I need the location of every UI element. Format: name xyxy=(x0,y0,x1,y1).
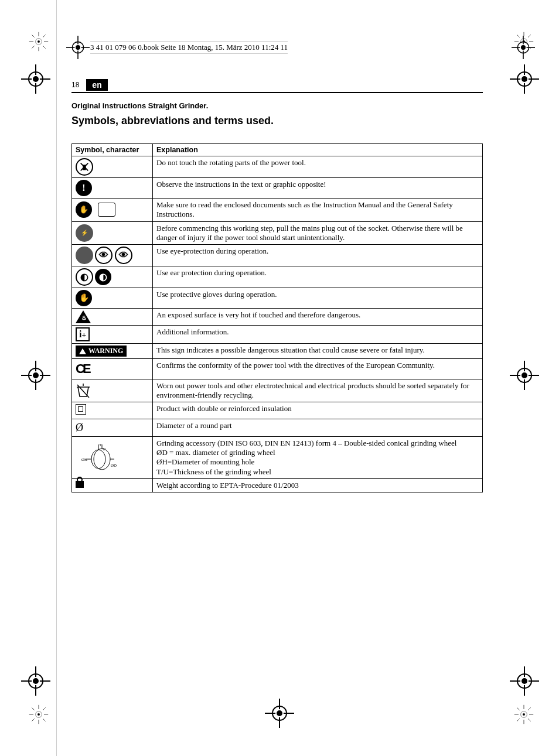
regmark-r2 xyxy=(517,368,532,383)
explanation-cell: Weight according to EPTA-Procedure 01/20… xyxy=(153,478,483,492)
explanation-cell: Additional information. xyxy=(153,326,483,344)
ce-mark-icon: CE xyxy=(76,361,89,376)
eye-icon xyxy=(76,247,93,264)
weight-icon xyxy=(76,481,84,488)
svg-line-27 xyxy=(43,719,46,721)
unplug-icon: ⚡ xyxy=(76,224,93,242)
ear-icon-2: ◐ xyxy=(95,269,111,285)
svg-line-29 xyxy=(43,707,46,710)
eye-icon-3: 👁 xyxy=(115,247,132,264)
page-title: Symbols, abbreviations and terms used. xyxy=(71,115,483,127)
explanation-cell: Make sure to read the enclosed documents… xyxy=(153,199,483,222)
symbol-cell: 👁 👁 xyxy=(72,245,153,266)
hot-surface-icon: ♨ xyxy=(76,310,91,323)
ear-icon: ◐ xyxy=(76,268,93,286)
symbol-cell xyxy=(72,402,153,419)
warning-badge: WARNING xyxy=(76,345,127,357)
regmark-r3 xyxy=(517,673,532,689)
print-rotor-bl xyxy=(28,704,49,725)
eye-icon-2: 👁 xyxy=(95,247,113,264)
header-filename: 3 41 01 079 06 0.book Seite 18 Montag, 1… xyxy=(90,41,288,54)
regmark-r1 xyxy=(517,71,532,87)
svg-point-1 xyxy=(38,40,40,43)
symbol-cell: TUØHØD xyxy=(72,436,153,478)
explanation-cell: Product with double or reinforced insula… xyxy=(153,402,483,419)
explanation-cell: This sign indicates a possible dangerous… xyxy=(153,344,483,359)
th-symbol: Symbol, character xyxy=(72,144,153,156)
explanation-cell: Confirms the conformity of the power too… xyxy=(153,359,483,379)
explanation-cell: An exposed surface is very hot if touche… xyxy=(153,309,483,326)
table-row: ✋Use protective gloves during operation. xyxy=(72,288,483,309)
symbol-cell: ⚡ xyxy=(72,221,153,245)
read-icon: ✋ xyxy=(76,201,92,218)
svg-line-28 xyxy=(32,719,35,721)
table-row: !Observe the instructions in the text or… xyxy=(72,178,483,199)
exclaim-icon: ! xyxy=(76,180,92,196)
table-row: 👁 👁Use eye-protection during operation. xyxy=(72,245,483,266)
subtitle: Original instructions Straight Grinder. xyxy=(71,101,483,110)
explanation-cell: Do not touch the rotating parts of the p… xyxy=(153,156,483,178)
svg-line-38 xyxy=(517,719,520,721)
th-explanation: Explanation xyxy=(153,144,483,156)
regmark-l2 xyxy=(28,368,43,383)
print-rotor-tl xyxy=(28,31,49,52)
table-row: Weight according to EPTA-Procedure 01/20… xyxy=(72,478,483,492)
table-row: ØDiameter of a round part xyxy=(72,419,483,437)
svg-line-36 xyxy=(517,707,520,710)
language-badge: en xyxy=(86,79,107,91)
explanation-cell: Grinding accessory (DIN ISO 603, DIN EN … xyxy=(153,436,483,478)
symbol-cell xyxy=(72,156,153,178)
explanation-cell: Observe the instructions in the text or … xyxy=(153,178,483,199)
table-row: TUØHØDGrinding accessory (DIN ISO 603, D… xyxy=(72,436,483,478)
table-row: ⚡Before commencing this working step, pu… xyxy=(72,221,483,245)
info-icon: i+ xyxy=(76,327,90,341)
regmark-bc xyxy=(272,706,287,721)
svg-line-7 xyxy=(43,46,46,49)
symbol-cell: i+ xyxy=(72,326,153,344)
page-header: 18 en xyxy=(71,79,483,93)
symbol-cell: ✋ xyxy=(72,288,153,309)
regmark-l3 xyxy=(28,673,43,689)
symbol-cell: CE xyxy=(72,359,153,379)
svg-point-31 xyxy=(523,713,525,716)
diameter-icon: Ø xyxy=(76,422,83,433)
svg-line-8 xyxy=(32,46,35,49)
svg-text:T: T xyxy=(99,443,102,447)
svg-point-41 xyxy=(94,449,110,470)
svg-text:U: U xyxy=(103,447,105,451)
table-row: Do not touch the rotating parts of the p… xyxy=(72,156,483,178)
symbol-cell xyxy=(72,478,153,492)
explanation-cell: Use ear protection during operation. xyxy=(153,266,483,288)
table-row: WARNINGThis sign indicates a possible da… xyxy=(72,344,483,359)
svg-point-21 xyxy=(38,713,40,716)
svg-line-9 xyxy=(43,35,46,37)
table-row: ◐ ◐Use ear protection during operation. xyxy=(72,266,483,288)
symbol-cell: ✋ xyxy=(72,199,153,222)
table-row: ✋ Make sure to read the enclosed documen… xyxy=(72,199,483,222)
table-row: Product with double or reinforced insula… xyxy=(72,402,483,419)
double-insulation-icon xyxy=(76,404,86,415)
table-row: ♨An exposed surface is very hot if touch… xyxy=(72,309,483,326)
symbol-cell: ! xyxy=(72,178,153,199)
explanation-cell: Before commencing this working step, pul… xyxy=(153,221,483,245)
symbol-cell xyxy=(72,379,153,402)
svg-line-26 xyxy=(32,707,35,710)
symbols-table: Symbol, character Explanation Do not tou… xyxy=(71,143,483,492)
svg-line-19 xyxy=(528,35,531,37)
no-touch-icon xyxy=(76,158,93,176)
regmark-l1 xyxy=(28,71,43,87)
symbol-cell: WARNING xyxy=(72,344,153,359)
svg-line-6 xyxy=(32,35,35,37)
page-number: 18 xyxy=(71,81,79,89)
table-row: Worn out power tools and other electrote… xyxy=(72,379,483,402)
svg-rect-40 xyxy=(83,165,86,170)
grinding-wheel-icon: TUØHØD xyxy=(76,466,117,472)
explanation-cell: Diameter of a round part xyxy=(153,419,483,437)
file-header: 3 41 01 079 06 0.book Seite 18 Montag, 1… xyxy=(70,40,531,55)
symbol-cell: Ø xyxy=(72,419,153,437)
print-rotor-br xyxy=(513,704,534,725)
symbol-cell: ◐ ◐ xyxy=(72,266,153,288)
symbol-cell: ♨ xyxy=(72,309,153,326)
explanation-cell: Use protective gloves during operation. xyxy=(153,288,483,309)
explanation-cell: Worn out power tools and other electrote… xyxy=(153,379,483,402)
